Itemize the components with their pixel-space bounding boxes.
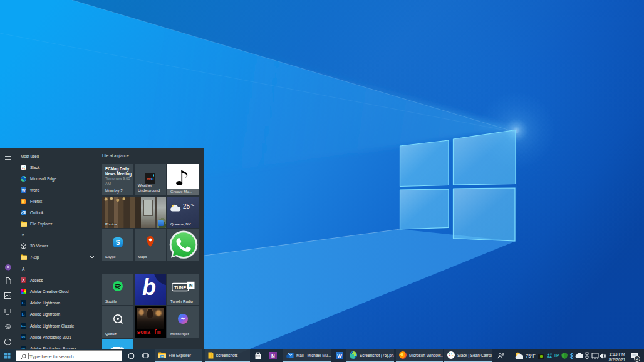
svg-text:IN: IN [189,283,193,287]
svg-text:TUNE: TUNE [174,286,186,290]
